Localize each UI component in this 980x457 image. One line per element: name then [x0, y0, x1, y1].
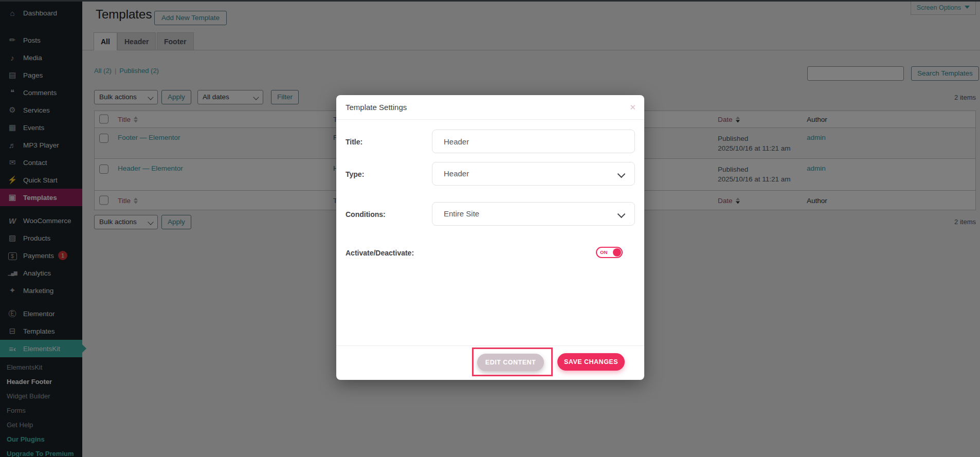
activate-field-label: Activate/Deactivate: — [346, 249, 414, 257]
toggle-knob — [613, 248, 621, 257]
chevron-down-icon — [618, 210, 626, 218]
template-type-select[interactable]: Header — [432, 162, 635, 186]
edit-content-button[interactable]: EDIT CONTENT — [477, 354, 544, 371]
title-field-label: Title: — [346, 138, 362, 146]
modal-title: Template Settings — [346, 95, 407, 119]
modal-header: Template Settings ✕ — [336, 95, 644, 120]
close-icon[interactable]: ✕ — [629, 95, 636, 119]
activate-toggle[interactable]: ON — [596, 247, 623, 258]
wordpress-admin-page: ⌂Dashboard ✏Posts ♪Media ▤Pages ❝Comment… — [0, 0, 980, 457]
template-title-input[interactable] — [432, 130, 635, 153]
conditions-field-label: Conditions: — [346, 210, 386, 218]
template-settings-modal: Template Settings ✕ Title: Type: Header … — [336, 95, 644, 380]
save-changes-button[interactable]: SAVE CHANGES — [557, 353, 625, 371]
toggle-state-label: ON — [600, 248, 607, 257]
chevron-down-icon — [618, 170, 626, 178]
type-field-label: Type: — [346, 170, 364, 178]
conditions-select[interactable]: Entire Site — [432, 202, 635, 226]
modal-footer-divider — [336, 345, 644, 346]
